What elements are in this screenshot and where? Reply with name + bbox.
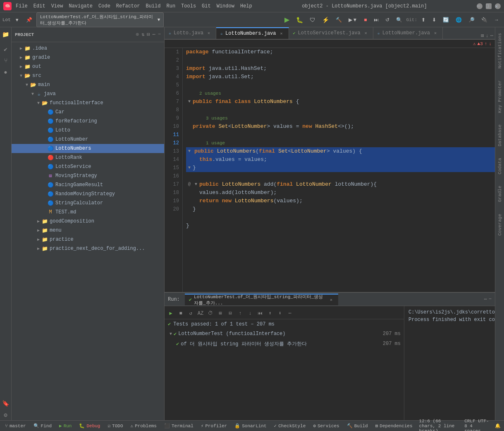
bottom-tab-run[interactable]: ✔ LottoNumberTest.of_더_원시타입_string_파라미터_… [185,294,338,305]
git-status-button[interactable]: ⑂ master [3,423,28,429]
sidebar-item-movingstrategy[interactable]: ⊞ MovingStrategy [12,171,164,180]
menu-run[interactable]: Run [166,3,175,9]
sidebar-item-lottonumbers[interactable]: 🔵 LottoNumbers [12,144,164,153]
sidebar-item-forrefactoring[interactable]: 🔵 forRefactoring [12,117,164,126]
git-update[interactable]: 🔄 [440,15,451,25]
menu-refactor[interactable]: Refactor [116,3,140,9]
menu-view[interactable]: View [51,3,63,9]
sort-alpha-button[interactable]: AZ [196,309,205,318]
find-status-button[interactable]: 🔍 Find [32,422,53,429]
plugin-button[interactable]: 🔌 [479,15,490,25]
sidebar-item-src[interactable]: ▼ 📂 src [12,71,164,80]
lot-dropdown[interactable]: ▼ [12,15,22,25]
collapse-all-button[interactable]: ⊟ [226,309,235,318]
sidebar-item-out[interactable]: ▶ 📁 out [12,62,164,71]
sidebar-item-racinggame[interactable]: 🔵 RacingGameResult [12,180,164,189]
fold-12[interactable]: ▼ [186,164,193,172]
keypromoter-panel[interactable]: Key Promoter [497,74,503,119]
sidebar-item-lotto[interactable]: 🔵 Lotto [12,126,164,135]
window-controls[interactable]: — □ ✕ [477,3,501,9]
gradle-panel[interactable]: Gradle [497,180,503,208]
menu-bar[interactable]: File Edit View Navigate Code Refactor Bu… [16,3,252,9]
checkstyle-status-button[interactable]: ✓ CheckStyle [272,422,308,429]
sidebar-item-stringcalc[interactable]: 🔵 StringCalculator [12,199,164,208]
problems-status-button[interactable]: ⚠ Problems [129,422,158,429]
rerun-button[interactable]: ▶ [166,309,175,318]
lottoservicetest-tab-close[interactable]: ✕ [363,30,369,36]
activity-settings[interactable]: ⚙ [1,410,10,419]
sidebar-item-lottonumber[interactable]: 🔵 LottoNumber [12,135,164,144]
activity-commit[interactable]: ✔ [1,45,10,54]
menu-window[interactable]: Window [217,3,234,9]
sidebar-item-main[interactable]: ▼ 📂 main [12,80,164,89]
profile-button[interactable]: ⚡ [320,15,332,25]
close-button[interactable]: ✕ [495,3,501,9]
codata-panel[interactable]: Codata [497,152,503,180]
database-panel[interactable]: Database [497,119,503,152]
menu-file[interactable]: File [16,3,28,9]
tab-more-icon[interactable]: ⋯ [490,33,493,39]
sidebar-item-idea[interactable]: ▶ 📁 .idea [12,44,164,53]
activity-project[interactable]: 📁 [1,30,10,39]
rerun-failed-button[interactable]: ↺ [186,309,195,318]
sidebar-item-functioal[interactable]: ▼ 📂 functioalInterface [12,98,164,108]
sidebar-item-lottorank[interactable]: 🔴 LottoRank [12,153,164,162]
tab-scroll-down[interactable]: ↓ [486,33,489,39]
sidebar-item-lottoservice[interactable]: 🔵 LottoService [12,162,164,171]
activity-pullrequest[interactable]: ⑂ [1,56,10,65]
maximize-button[interactable]: □ [486,3,492,9]
export-button[interactable]: ⬆ [265,309,275,318]
more-run-options[interactable]: ⋯ [285,309,294,318]
tab-lotto[interactable]: ☕ Lotto.java ✕ [165,27,216,39]
prev-test-button[interactable]: ↑ [236,309,245,318]
run-config-selector[interactable]: LottoNumberTest.of_더_원시타입_string_파라미터_생성… [36,12,164,27]
fold-14[interactable]: ▼ [193,180,199,189]
tab-lottoservicetest[interactable]: ✔ LottoServiceTest.java ✕ [289,27,373,39]
debug-status-button[interactable]: 🐛 Debug [77,422,102,429]
run-button[interactable]: ▶ [282,15,292,25]
code-content[interactable]: package functioalInterface; import java.… [183,48,495,292]
bottom-minimize-icon[interactable]: − [489,296,492,302]
test-case-item[interactable]: ✔ of 더 원시타입 string 파라미터 생성자를 추가한다 207 ms [165,339,404,349]
lottonumbers-tab-close[interactable]: ✕ [279,31,284,36]
debug-button[interactable]: 🐛 [294,15,306,25]
lottonumber-tab-close[interactable]: ✕ [432,30,438,36]
sidebar-item-gradle[interactable]: ▶ 📁 gradle [12,53,164,62]
stop-button[interactable]: ■ [361,15,369,25]
sidebar-search-icon[interactable]: ⊙ [136,31,139,38]
sidebar-collapse-icon[interactable]: ⊟ [147,31,150,38]
git-pull[interactable]: ⬇ [430,15,439,25]
step-button[interactable]: ⏭ [371,15,381,25]
menu-navigate[interactable]: Navigate [69,3,93,9]
translate-button[interactable]: 🌐 [453,15,464,25]
profiler-status-button[interactable]: ⚡ Profiler [199,422,229,429]
fold-10[interactable]: ▼ [186,147,193,156]
tab-lottonumber[interactable]: ☕ LottoNumber.java ✕ [373,27,443,39]
sidebar-item-practice[interactable]: ▶ 📁 practice [12,235,164,244]
sidebar-item-car[interactable]: 🔵 Car [12,108,164,117]
bottom-tab-close[interactable]: ✕ [328,297,334,303]
activity-github[interactable]: ● [1,68,10,77]
bottom-settings-icon[interactable]: ⋯ [484,296,487,302]
stop-test-button[interactable]: ■ [176,309,185,318]
sidebar-header-icons[interactable]: ⊙ ⇅ ⊟ ⋯ − [136,31,161,38]
terminal-status-button[interactable]: ⬛ Terminal [162,422,195,429]
sidebar-minimize-icon[interactable]: − [158,31,161,38]
git-push[interactable]: ⬆ [419,15,428,25]
test-suite-item[interactable]: ▼ ✔ LottoNumberTest (functioalInterface)… [165,329,404,339]
lotto-tab-close[interactable]: ✕ [206,30,212,36]
tab-split-icon[interactable]: ⊞ [481,33,484,39]
notifications-panel[interactable]: Notifications [497,27,503,74]
sidebar-expand-icon[interactable]: ⇅ [141,31,144,38]
sonarlint-status-button[interactable]: 🔒 SonarLint [233,422,268,429]
expand-all-button[interactable]: ⊞ [216,309,225,318]
sidebar-item-java[interactable]: ▼ ☕ java [12,89,164,98]
build-button[interactable]: 🔨 [333,15,344,25]
import-button[interactable]: ⬇ [275,309,284,318]
bottom-tab-icons[interactable]: ⋯ − [484,296,492,302]
build-status-button[interactable]: 🔨 Build [345,422,370,429]
menu-help[interactable]: Help [240,3,252,9]
menu-edit[interactable]: Edit [33,3,45,9]
find-usages-button[interactable]: 🔎 [466,15,477,25]
menu-tools[interactable]: Tools [181,3,196,9]
